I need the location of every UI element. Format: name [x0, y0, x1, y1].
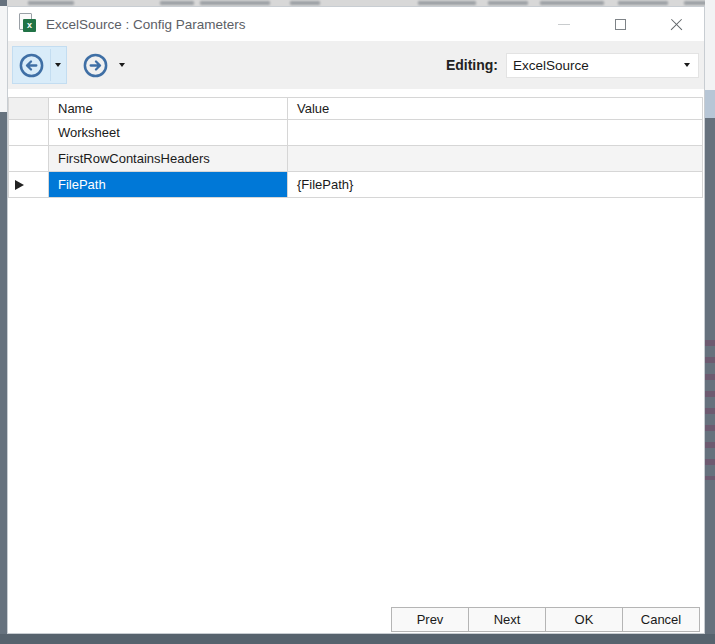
cell-name[interactable]: FirstRowContainsHeaders [49, 146, 288, 172]
column-header-name: Name [49, 98, 288, 120]
row-selector[interactable] [8, 120, 49, 146]
screen: x ExcelSource : Config Parameters [0, 0, 715, 644]
forward-button[interactable] [76, 46, 131, 84]
editing-value: ExcelSource [513, 58, 589, 73]
current-row-arrow-icon [15, 180, 24, 190]
parameters-grid: Name Value Worksheet FirstRowContainsHea… [8, 97, 703, 198]
split-separator [50, 49, 51, 81]
grid-row-filepath[interactable]: FilePath {FilePath} [8, 172, 703, 198]
title-bar[interactable]: x ExcelSource : Config Parameters [8, 7, 704, 41]
row-selector-current[interactable] [8, 172, 49, 198]
cell-name[interactable]: Worksheet [49, 120, 288, 146]
minimize-button[interactable] [536, 7, 592, 41]
maximize-icon [615, 19, 626, 30]
close-button[interactable] [648, 7, 704, 41]
column-header-value: Value [288, 98, 703, 120]
editing-label: Editing: [446, 57, 498, 73]
cell-value[interactable] [288, 146, 703, 172]
background-window-bottom-edge [0, 634, 715, 644]
row-selector[interactable] [8, 146, 49, 172]
back-circle-arrow-icon [18, 52, 45, 79]
editing-combobox[interactable]: ExcelSource [506, 53, 699, 78]
grid-header-row: Name Value [8, 98, 703, 120]
background-window-right-edge [705, 0, 715, 644]
grid-row-worksheet[interactable]: Worksheet [8, 120, 703, 146]
cell-value[interactable]: {FilePath} [288, 172, 703, 198]
cell-value[interactable] [288, 120, 703, 146]
close-icon [670, 18, 683, 31]
grid-row-firstrowcontainsheaders[interactable]: FirstRowContainsHeaders [8, 146, 703, 172]
combo-dropdown-arrow-icon [684, 63, 690, 67]
editing-section: Editing: ExcelSource [446, 53, 699, 78]
window-title: ExcelSource : Config Parameters [46, 17, 246, 32]
grid-corner-cell [8, 98, 49, 120]
window-controls [536, 7, 704, 41]
background-window-left-edge [0, 0, 7, 644]
minimize-icon [558, 24, 570, 25]
back-dropdown-arrow-icon[interactable] [55, 63, 61, 67]
excel-icon: x [16, 13, 38, 35]
forward-circle-arrow-icon [82, 52, 109, 79]
footer-buttons: Prev Next OK Cancel [392, 607, 700, 632]
forward-dropdown-arrow-icon[interactable] [119, 63, 125, 67]
next-button[interactable]: Next [468, 607, 546, 632]
ok-button[interactable]: OK [545, 607, 623, 632]
prev-button[interactable]: Prev [391, 607, 469, 632]
maximize-button[interactable] [592, 7, 648, 41]
toolbar: Editing: ExcelSource [8, 41, 704, 89]
back-button[interactable] [12, 46, 67, 84]
cancel-button[interactable]: Cancel [622, 607, 700, 632]
cell-name-selected[interactable]: FilePath [49, 172, 288, 198]
config-parameters-dialog: x ExcelSource : Config Parameters [7, 6, 705, 634]
